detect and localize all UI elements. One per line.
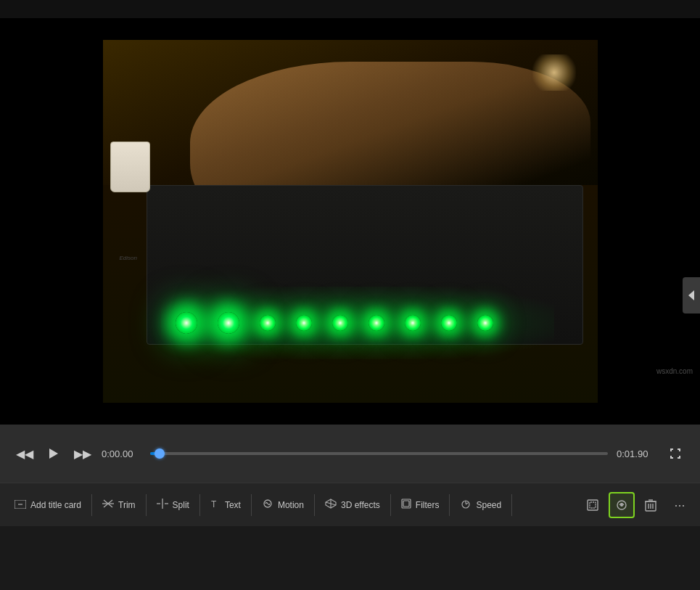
top-bar [0, 0, 700, 18]
motion-label: Motion [278, 500, 304, 510]
svg-marker-1 [688, 290, 694, 300]
split-label: Split [173, 500, 189, 510]
svg-point-23 [620, 504, 623, 507]
timeline-thumb[interactable] [155, 448, 165, 459]
speed-icon [460, 499, 472, 511]
current-time: 0:00.00 [102, 448, 141, 459]
forward-button[interactable]: ▶▶ [73, 443, 93, 464]
toolbar-motion[interactable]: Motion [255, 493, 311, 516]
rewind-button[interactable]: ◀◀ [15, 443, 35, 464]
motion-icon [262, 498, 273, 512]
timeline-area: ◀◀ ▶▶ 0:00.00 0:01.90 [0, 425, 700, 483]
resize-button[interactable] [580, 492, 606, 518]
led-3 [260, 315, 276, 331]
text-label: Text [225, 500, 241, 510]
sep-4 [251, 494, 252, 516]
led-4 [296, 315, 312, 331]
lamp [532, 54, 576, 91]
end-time: 0:01.90 [617, 448, 656, 459]
svg-text:T: T [211, 499, 217, 509]
led-6 [368, 315, 384, 331]
led-5 [332, 315, 348, 331]
toolbar-area: Add title card Trim Split T [0, 483, 700, 526]
filters-icon [401, 499, 411, 511]
toolbar-add-title-card[interactable]: Add title card [7, 495, 88, 515]
add-title-card-label: Add title card [30, 500, 81, 510]
3d-effects-icon [325, 499, 337, 511]
video-scene: Edison [103, 40, 598, 403]
toolbar-split[interactable]: Split [149, 494, 197, 515]
more-options-button[interactable]: ··· [667, 492, 693, 518]
svg-rect-20 [588, 500, 598, 510]
toolbar-text[interactable]: T Text [203, 494, 248, 515]
mug: Edison [110, 142, 150, 192]
toolbar-right: ··· [580, 492, 693, 518]
3d-effects-label: 3D effects [341, 500, 380, 510]
leds-row [176, 312, 493, 334]
toolbar-3d-effects[interactable]: 3D effects [318, 494, 387, 515]
led-8 [441, 315, 457, 331]
svg-rect-21 [590, 502, 596, 508]
trim-label: Trim [118, 500, 136, 510]
sep-3 [199, 494, 200, 516]
sep-2 [146, 494, 147, 516]
sep-7 [449, 494, 450, 516]
split-icon [157, 499, 168, 511]
sep-1 [91, 494, 92, 516]
delete-button[interactable] [638, 492, 664, 518]
toolbar-trim[interactable]: Trim [95, 494, 143, 515]
add-title-card-icon [15, 499, 26, 511]
mark-button[interactable] [609, 492, 635, 518]
svg-rect-16 [403, 501, 409, 507]
more-options-icon: ··· [674, 499, 685, 512]
video-container: Edison wsxdn.com [0, 18, 700, 425]
svg-marker-0 [49, 448, 58, 459]
fullscreen-button[interactable] [665, 443, 685, 464]
play-button[interactable] [44, 443, 64, 464]
sep-5 [314, 494, 315, 516]
sep-6 [390, 494, 391, 516]
led-2 [218, 312, 239, 334]
side-expand-button[interactable] [683, 277, 700, 314]
video-frame: Edison [103, 40, 598, 403]
mug-text: Edison [120, 255, 137, 262]
led-1 [176, 312, 197, 334]
led-7 [405, 315, 421, 331]
toolbar-speed[interactable]: Speed [453, 494, 508, 515]
text-icon: T [210, 499, 221, 511]
filters-label: Filters [416, 500, 440, 510]
sep-8 [511, 494, 512, 516]
speed-label: Speed [476, 500, 501, 510]
watermark: wsxdn.com [656, 367, 693, 375]
toolbar-filters[interactable]: Filters [394, 494, 447, 515]
timeline-track[interactable] [150, 452, 608, 455]
led-9 [477, 315, 493, 331]
trim-icon [102, 499, 114, 511]
